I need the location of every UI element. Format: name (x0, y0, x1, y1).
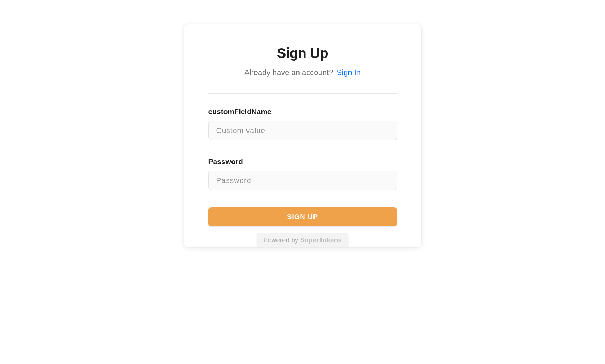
signup-card: Sign Up Already have an account? Sign In… (184, 24, 421, 247)
signin-redirect-row: Already have an account? Sign In (208, 68, 397, 77)
password-field: Password (208, 157, 397, 190)
sign-in-link[interactable]: Sign In (337, 68, 361, 77)
signin-redirect-text: Already have an account? (244, 68, 333, 77)
page-title: Sign Up (208, 45, 397, 61)
password-field-input[interactable] (208, 171, 397, 190)
brand-prefix: Powered by (263, 236, 300, 244)
brand-chip: Powered by SuperTokens (256, 233, 349, 247)
sign-up-button[interactable]: SIGN UP (208, 207, 397, 226)
custom-field: customFieldName (208, 107, 397, 140)
custom-field-label: customFieldName (208, 107, 397, 116)
password-field-label: Password (208, 157, 397, 166)
custom-field-input[interactable] (208, 121, 397, 140)
card-inner: Sign Up Already have an account? Sign In… (184, 45, 421, 226)
header-divider (208, 93, 397, 94)
brand-name: SuperTokens (300, 236, 342, 244)
